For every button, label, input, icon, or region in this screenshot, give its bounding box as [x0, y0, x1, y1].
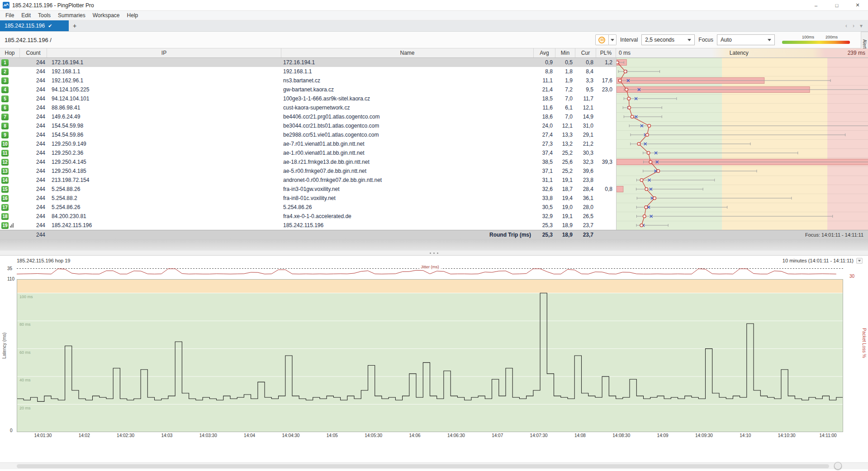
- chevron-down-icon: [688, 39, 691, 41]
- summary-count: 244: [20, 230, 47, 239]
- hop-badge: 4: [1, 86, 9, 93]
- cell-count: 244: [20, 185, 47, 194]
- x-tick-label: 14:07: [482, 433, 513, 438]
- cell-pl: 0,8: [596, 185, 616, 194]
- cell-pl: [596, 112, 616, 121]
- cell-pl: [596, 103, 616, 112]
- x-tick-label: 14:01:30: [27, 433, 59, 438]
- cell-min: 18,7: [555, 185, 575, 194]
- y-axis-title: Latency (ms): [2, 333, 7, 359]
- cell-ip: 5.254.88.26: [47, 185, 281, 194]
- cell-name: fra4.xe-0-1-0.accelerated.de: [281, 212, 534, 221]
- tab-scroll-left-icon[interactable]: ‹: [845, 23, 847, 29]
- column-header-cur[interactable]: Cur: [575, 48, 596, 57]
- tab-bar: 185.242.115.196 ✔ + ‹ › ▾: [0, 20, 868, 32]
- cell-ip: 192.168.1.1: [47, 67, 281, 76]
- table-row[interactable]: 4 244 94.124.105.225 gw-bartanet.kaora.c…: [0, 85, 616, 94]
- menu-item-tools[interactable]: Tools: [34, 12, 54, 19]
- x-tick-label: 14:06: [399, 433, 431, 438]
- summary-min: 18,9: [555, 230, 575, 239]
- table-row[interactable]: 2 244 192.168.1.1 192.168.1.1 8,8 1,8 8,…: [0, 67, 616, 76]
- interval-value: 2,5 seconds: [645, 37, 674, 43]
- panel-splitter-handle[interactable]: [0, 251, 868, 255]
- column-header-latency[interactable]: 0 ms Latency 239 ms: [616, 48, 868, 57]
- table-row[interactable]: 10 244 129.250.9.149 ae-7.r01.vienat01.a…: [0, 139, 616, 148]
- cell-count: 244: [20, 76, 47, 85]
- cell-pl: [596, 130, 616, 139]
- hop-badge: 6: [1, 105, 9, 111]
- close-button[interactable]: ✕: [847, 0, 868, 10]
- cell-cur: 39,6: [575, 167, 596, 176]
- cell-avg: 24,0: [534, 121, 555, 130]
- focus-select[interactable]: Auto: [717, 34, 775, 45]
- cell-min: 18,9: [555, 221, 575, 230]
- column-header-name[interactable]: Name: [281, 48, 534, 57]
- latency-header-title: Latency: [730, 50, 749, 56]
- table-row[interactable]: 13 244 129.250.4.185 ae-5.r00.frnkge07.d…: [0, 167, 616, 176]
- table-row[interactable]: 15 244 5.254.88.26 fra-in3-01gw.voxility…: [0, 185, 616, 194]
- timeline-scrollbar[interactable]: [0, 462, 868, 469]
- cell-pl: [596, 139, 616, 148]
- menu-item-workspace[interactable]: Workspace: [89, 12, 123, 19]
- column-header-hop[interactable]: Hop: [0, 48, 20, 57]
- table-row[interactable]: 7 244 149.6.24.49 be4406.ccr21.prg01.atl…: [0, 112, 616, 121]
- tab-check-icon: ✔: [48, 23, 52, 29]
- cell-count: 244: [20, 85, 47, 94]
- maximize-button[interactable]: □: [826, 0, 847, 10]
- table-row[interactable]: 3 244 192.162.96.1 ns3.bartanet.cz 11,1 …: [0, 76, 616, 85]
- scrollbar-handle[interactable]: [834, 462, 842, 470]
- table-row[interactable]: 11 244 129.250.2.36 ae-1.r00.vienat01.at…: [0, 148, 616, 157]
- summary-cur: 23,7: [575, 230, 596, 239]
- table-row[interactable]: 1 244 172.16.194.1 172.16.194.1 0,9 0,5 …: [0, 58, 616, 67]
- column-header-count[interactable]: Count: [20, 48, 47, 57]
- pause-button[interactable]: [595, 34, 609, 45]
- new-tab-button[interactable]: +: [69, 20, 81, 31]
- tab-scroll-right-icon[interactable]: ›: [853, 23, 854, 29]
- tab-list-icon[interactable]: ▾: [860, 23, 863, 29]
- table-row[interactable]: 5 244 94.124.104.101 100ge3-1-1-666.asr9…: [0, 94, 616, 103]
- timeline-plot[interactable]: 100 ms80 ms60 ms40 ms20 ms: [17, 279, 843, 432]
- summary-focus-range: Focus: 14:01:11 - 14:11:11: [616, 230, 868, 239]
- pause-dropdown-button[interactable]: [609, 34, 617, 45]
- cell-pl: [596, 67, 616, 76]
- x-tick-label: 14:10: [730, 433, 761, 438]
- cell-cur: 9,5: [575, 85, 596, 94]
- table-row[interactable]: 18 244 84.200.230.81 fra4.xe-0-1-0.accel…: [0, 212, 616, 221]
- summary-row[interactable]: 244 Round Trip (ms) 25,3 18,9 23,7 Focus…: [0, 230, 868, 239]
- column-header-min[interactable]: Min: [555, 48, 575, 57]
- trace-graph[interactable]: [616, 58, 868, 230]
- menu-item-file[interactable]: File: [2, 12, 18, 19]
- table-row[interactable]: 17 244 5.254.86.26 5.254.86.26 30,5 19,0…: [0, 203, 616, 212]
- timeline-range[interactable]: 10 minutes (14:01:11 - 14:11:11): [783, 258, 854, 263]
- interval-select[interactable]: 2,5 seconds: [641, 34, 695, 45]
- cell-ip: 149.6.24.49: [47, 112, 281, 121]
- x-tick-label: 14:04:30: [275, 433, 307, 438]
- hop-badge: 2: [1, 68, 9, 75]
- x-tick-label: 14:02: [68, 433, 100, 438]
- cell-count: 244: [20, 58, 47, 67]
- table-row[interactable]: 8 244 154.54.59.98 be3044.ccr21.bts01.at…: [0, 121, 616, 130]
- table-row[interactable]: 6 244 88.86.98.41 cust-kaora-supernetwor…: [0, 103, 616, 112]
- cell-ip: 129.250.4.185: [47, 167, 281, 176]
- table-row[interactable]: 14 244 213.198.72.154 andronet-0.r00.frn…: [0, 176, 616, 185]
- column-header-avg[interactable]: Avg: [534, 48, 555, 57]
- menu-item-summaries[interactable]: Summaries: [54, 12, 89, 19]
- menu-item-edit[interactable]: Edit: [18, 12, 34, 19]
- cell-ip: 94.124.105.225: [47, 85, 281, 94]
- cell-cur: 0,8: [575, 58, 596, 67]
- menu-item-help[interactable]: Help: [123, 12, 142, 19]
- table-row[interactable]: 16 244 5.254.88.2 fra-in8-01c.voxility.n…: [0, 194, 616, 203]
- column-header-ip[interactable]: IP: [47, 48, 281, 57]
- tab-label: 185.242.115.196: [5, 23, 45, 29]
- table-row[interactable]: 19 244 185.242.115.196 185.242.115.196 2…: [0, 221, 616, 230]
- target-tab[interactable]: 185.242.115.196 ✔: [0, 20, 69, 31]
- cell-name: be4406.ccr21.prg01.atlas.cogentco.com: [281, 112, 534, 121]
- scrollbar-thumb[interactable]: [17, 464, 829, 468]
- table-row[interactable]: 12 244 129.250.4.145 ae-18.r21.frnkge13.…: [0, 157, 616, 167]
- timeline-range-dropdown[interactable]: [856, 258, 863, 264]
- minimize-button[interactable]: –: [806, 0, 826, 10]
- column-header-pl[interactable]: PL%: [596, 48, 616, 57]
- cell-avg: 0,9: [534, 58, 555, 67]
- cell-min: 25,6: [555, 157, 575, 167]
- table-row[interactable]: 9 244 154.54.59.86 be2988.ccr51.vie01.at…: [0, 130, 616, 139]
